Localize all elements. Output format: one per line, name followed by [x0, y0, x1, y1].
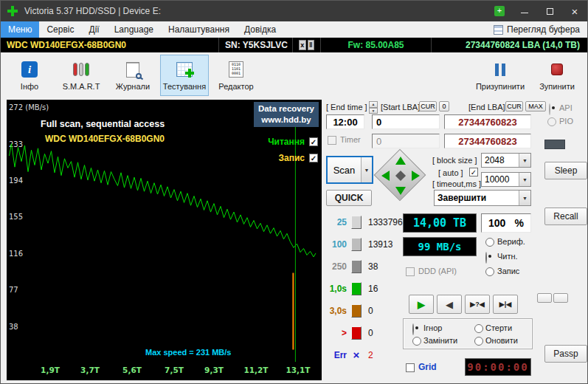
start-lba-zero-button[interactable]: 0 — [439, 101, 449, 112]
pio-radio[interactable] — [547, 117, 556, 126]
mode-read-radio[interactable] — [485, 252, 487, 264]
device-model[interactable]: WDC WD140EFGX-68B0GN0 — [1, 38, 219, 52]
legend-checkbox[interactable]: ✓ — [309, 154, 318, 162]
stat-bucket-label: 1,0s — [325, 284, 347, 294]
end-lba-value[interactable]: 27344760823 — [444, 114, 531, 129]
sleep-button[interactable]: Sleep — [544, 162, 587, 179]
maximize-icon — [547, 8, 553, 15]
app-window: Victoria 5.37 HDD/SSD | Device E: × Меню… — [0, 0, 588, 384]
stat-count: 13337965 — [368, 217, 407, 227]
end-lba-cur-button[interactable]: CUR — [505, 101, 523, 112]
svg-text:11,2Т: 11,2Т — [243, 366, 269, 374]
timeout-combo[interactable]: 10000 ▼ — [481, 172, 531, 187]
device-bars-button[interactable]: ‖ — [308, 40, 315, 50]
toolbar-test-label: Тестування — [163, 82, 206, 91]
butterfly-button[interactable]: ▶|◀ — [493, 295, 518, 314]
menu-item-меню[interactable]: Меню — [1, 21, 39, 38]
editor-icon — [229, 61, 243, 78]
menu-item-довідка[interactable]: Довідка — [237, 21, 283, 38]
stat-row-Err: Err×2 — [325, 348, 432, 363]
action-erase-radio[interactable] — [474, 324, 483, 333]
stat-color-block — [351, 238, 362, 251]
dropdown-arrow-icon[interactable]: ▼ — [519, 173, 530, 186]
action-ignore-radio[interactable] — [412, 323, 414, 335]
close-button[interactable]: × — [562, 1, 587, 21]
menu-item-language[interactable]: Language — [107, 21, 161, 38]
dropdown-arrow-icon[interactable]: ▼ — [519, 154, 530, 167]
block-size-combo[interactable]: 2048 ▼ — [481, 153, 531, 168]
maximize-button[interactable] — [537, 1, 562, 21]
toolbar-smart-button[interactable]: S.M.A.R.T — [57, 55, 106, 96]
svg-text:38: 38 — [9, 323, 18, 331]
stat-row-1,0s: 1,0s16 — [325, 281, 432, 296]
capacity-display: 14,00 ТВ — [403, 213, 477, 233]
menu-item-дії[interactable]: Дії — [82, 21, 107, 38]
random-seek-button[interactable]: ▶?◀ — [465, 295, 490, 314]
tray-status-icon — [494, 6, 505, 16]
mode-write-radio[interactable] — [485, 267, 494, 276]
device-x-button[interactable]: x — [299, 40, 306, 50]
journals-icon — [126, 62, 139, 78]
svg-text:3,7Т: 3,7Т — [80, 366, 100, 374]
action-remap-radio[interactable] — [412, 337, 421, 346]
max-speed-note: Max speed = 231 MB/s — [145, 348, 231, 357]
buffer-view-label: Перегляд буфера — [507, 24, 580, 35]
stat-count: 0 — [368, 328, 373, 338]
current-lba-value: 27344760823 — [444, 134, 531, 148]
device-serial: SN: Y5KSJLVC — [219, 38, 293, 52]
buffer-view-button[interactable]: Перегляд буфера — [494, 24, 587, 35]
menu-item-налаштування[interactable]: Налаштування — [161, 21, 237, 38]
end-lba-label: [End LBA] — [468, 103, 505, 112]
reverse-button[interactable]: ◀ — [437, 295, 462, 314]
mode-verify-radio[interactable] — [485, 238, 494, 247]
legend-checkbox[interactable]: ✓ — [309, 137, 318, 146]
info-icon — [21, 61, 38, 78]
dropdown-arrow-icon[interactable]: ▼ — [519, 191, 530, 205]
svg-text:77: 77 — [9, 286, 18, 294]
mini-button-left[interactable] — [537, 293, 552, 303]
recall-button[interactable]: Recall — [544, 208, 587, 225]
stat-color-block — [351, 216, 362, 229]
percent-display: 100 % — [481, 213, 531, 233]
play-button[interactable]: ▶ — [409, 295, 434, 314]
minimize-button[interactable] — [512, 1, 537, 21]
toolbar-editor-button[interactable]: Редактор — [212, 55, 260, 96]
stat-bucket-label: 250 — [325, 261, 347, 272]
main-area: 272 (MB/s)23319415511677381,9Т3,7Т5,6Т7,… — [1, 98, 587, 383]
timeout-label: [ timeout,ms ] — [432, 179, 481, 188]
menu-item-сервіс[interactable]: Сервіс — [39, 21, 81, 38]
menu-items: МенюСервісДіїLanguageНалаштуванняДовідка — [1, 21, 283, 38]
watermark: Data recovery www.hdd.by — [254, 102, 319, 127]
chart-subtitle: WDC WD140EFGX-68B0GN0 — [45, 134, 165, 144]
toolbar-info-button[interactable]: Інфо — [5, 55, 54, 96]
mini-button-right[interactable] — [553, 293, 568, 303]
device-firmware: Fw: 85.00A85 — [321, 38, 432, 52]
toolbar-info-label: Інфо — [21, 82, 38, 91]
api-radio[interactable] — [549, 103, 550, 115]
auto-checkbox[interactable]: ✓ — [469, 168, 478, 176]
svg-text:9,3Т: 9,3Т — [204, 366, 224, 374]
toolbar: Інфо S.M.A.R.T Журнали Тестування Редакт… — [1, 52, 587, 98]
toolbar-journals-button[interactable]: Журнали — [108, 55, 157, 96]
percent-value: 100 — [488, 217, 505, 229]
mode-verify-label: Вериф. — [497, 237, 525, 246]
test-icon — [176, 62, 193, 77]
grid-checkbox[interactable] — [406, 363, 415, 372]
pause-button[interactable]: Призупинити — [469, 55, 531, 96]
stat-count: 0 — [368, 306, 373, 316]
legend-row-запис: Запис✓ — [268, 153, 318, 163]
timeout-value: 10000 — [482, 173, 519, 186]
stop-button[interactable]: Зупинити — [531, 55, 583, 96]
menu-bar: МенюСервісДіїLanguageНалаштуванняДовідка… — [1, 21, 587, 38]
on-end-action-combo[interactable]: Завершити ▼ — [434, 190, 531, 206]
action-refresh-radio[interactable] — [474, 337, 483, 346]
passp-button[interactable]: Passp — [544, 345, 587, 363]
svg-text:116: 116 — [9, 250, 23, 258]
ddd-checkbox[interactable] — [406, 267, 415, 276]
end-lba-max-button[interactable]: MAX — [525, 101, 546, 112]
mode-read-label: Читн. — [497, 252, 518, 261]
benchmark-chart: 272 (MB/s)23319415511677381,9Т3,7Т5,6Т7,… — [7, 100, 322, 380]
app-icon — [7, 5, 18, 17]
toolbar-test-button[interactable]: Тестування — [160, 55, 209, 96]
buffer-icon — [494, 25, 503, 35]
